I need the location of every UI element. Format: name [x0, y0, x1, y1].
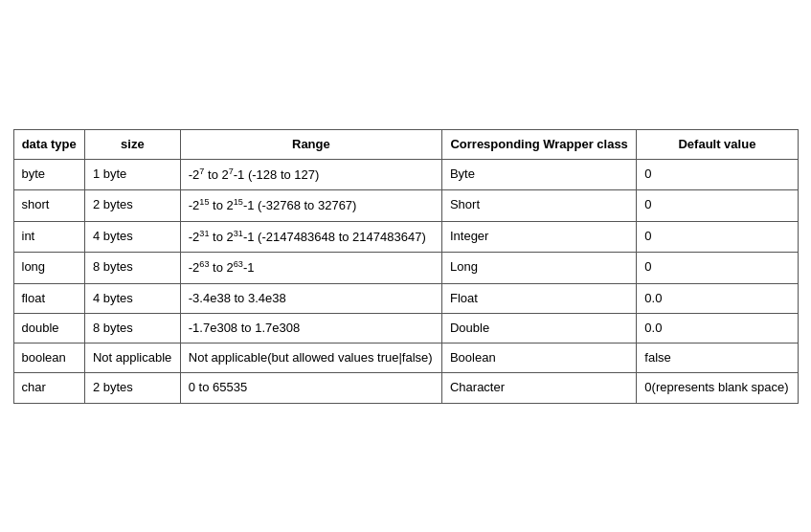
data-types-table: data type size Range Corresponding Wrapp…: [13, 129, 799, 404]
col-header-size: size: [84, 129, 180, 159]
cell-type: float: [13, 283, 84, 313]
col-header-wrapper: Corresponding Wrapper class: [441, 129, 636, 159]
cell-wrapper: Double: [441, 313, 636, 343]
cell-type: boolean: [13, 344, 84, 373]
cell-size: 2 bytes: [84, 373, 180, 403]
cell-range: -3.4e38 to 3.4e38: [180, 283, 441, 313]
cell-size: 8 bytes: [84, 253, 180, 284]
cell-wrapper: Integer: [441, 221, 636, 253]
cell-default: 0: [637, 221, 798, 253]
data-types-table-wrapper: data type size Range Corresponding Wrapp…: [13, 129, 799, 404]
cell-range: -263 to 263-1: [180, 253, 441, 284]
cell-type: byte: [13, 159, 84, 190]
cell-wrapper: Long: [441, 253, 636, 284]
cell-default: 0: [637, 159, 798, 190]
cell-type: short: [13, 190, 84, 222]
table-row: booleanNot applicableNot applicable(but …: [13, 344, 798, 373]
col-header-default: Default value: [637, 129, 798, 159]
cell-size: 8 bytes: [84, 313, 180, 343]
table-row: long8 bytes-263 to 263-1Long0: [13, 253, 798, 284]
cell-range: -1.7e308 to 1.7e308: [180, 313, 441, 343]
table-row: double8 bytes-1.7e308 to 1.7e308Double0.…: [13, 313, 798, 343]
cell-wrapper: Float: [441, 283, 636, 313]
cell-range: -27 to 27-1 (-128 to 127): [180, 159, 441, 190]
table-row: int4 bytes-231 to 231-1 (-2147483648 to …: [13, 221, 798, 253]
cell-type: int: [13, 221, 84, 253]
cell-size: 4 bytes: [84, 221, 180, 253]
cell-range: -215 to 215-1 (-32768 to 32767): [180, 190, 441, 222]
cell-default: false: [637, 344, 798, 373]
col-header-datatype: data type: [13, 129, 84, 159]
table-row: float4 bytes-3.4e38 to 3.4e38Float0.0: [13, 283, 798, 313]
cell-default: 0(represents blank space): [637, 373, 798, 403]
col-header-range: Range: [180, 129, 441, 159]
table-header-row: data type size Range Corresponding Wrapp…: [13, 129, 798, 159]
cell-range: Not applicable(but allowed values true|f…: [180, 344, 441, 373]
cell-default: 0.0: [637, 313, 798, 343]
table-row: short2 bytes-215 to 215-1 (-32768 to 327…: [13, 190, 798, 222]
cell-wrapper: Character: [441, 373, 636, 403]
cell-size: 1 byte: [84, 159, 180, 190]
cell-range: -231 to 231-1 (-2147483648 to 2147483647…: [180, 221, 441, 253]
cell-default: 0: [637, 190, 798, 222]
cell-wrapper: Boolean: [441, 344, 636, 373]
cell-type: double: [13, 313, 84, 343]
cell-default: 0.0: [637, 283, 798, 313]
cell-wrapper: Byte: [441, 159, 636, 190]
cell-size: 4 bytes: [84, 283, 180, 313]
cell-wrapper: Short: [441, 190, 636, 222]
table-row: char2 bytes0 to 65535Character0(represen…: [13, 373, 798, 403]
table-row: byte1 byte-27 to 27-1 (-128 to 127)Byte0: [13, 159, 798, 190]
cell-type: char: [13, 373, 84, 403]
cell-size: Not applicable: [84, 344, 180, 373]
cell-range: 0 to 65535: [180, 373, 441, 403]
cell-size: 2 bytes: [84, 190, 180, 222]
cell-default: 0: [637, 253, 798, 284]
cell-type: long: [13, 253, 84, 284]
